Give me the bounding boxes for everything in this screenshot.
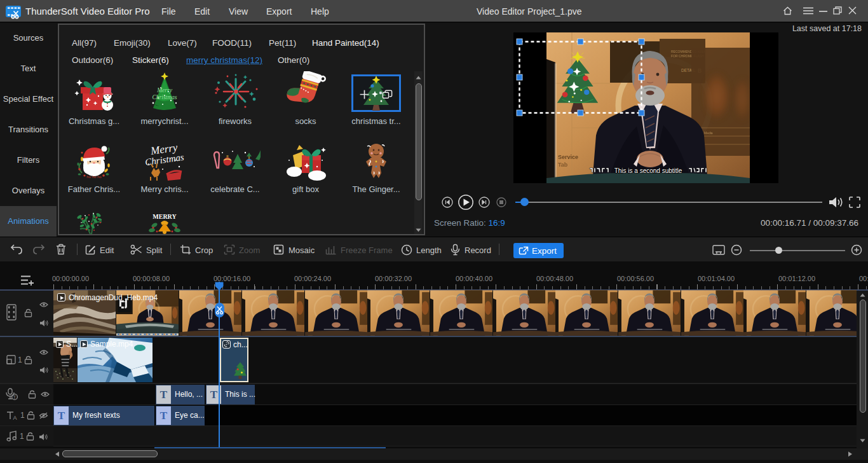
svg-text:Merry: Merry bbox=[156, 87, 173, 93]
svg-text:Service: Service bbox=[558, 154, 578, 160]
svg-text:Media: Media bbox=[704, 131, 713, 135]
svg-text:Christmas: Christmas bbox=[144, 152, 184, 167]
svg-text:This is a second subtitle: This is a second subtitle bbox=[614, 167, 682, 174]
svg-text:Christmas: Christmas bbox=[152, 94, 177, 100]
svg-text:T: T bbox=[13, 395, 17, 399]
svg-text:MERRY: MERRY bbox=[153, 213, 177, 220]
svg-text:ho ho ho: ho ho ho bbox=[86, 175, 102, 179]
svg-text:Tab: Tab bbox=[558, 162, 568, 168]
svg-text:A: A bbox=[13, 415, 17, 420]
